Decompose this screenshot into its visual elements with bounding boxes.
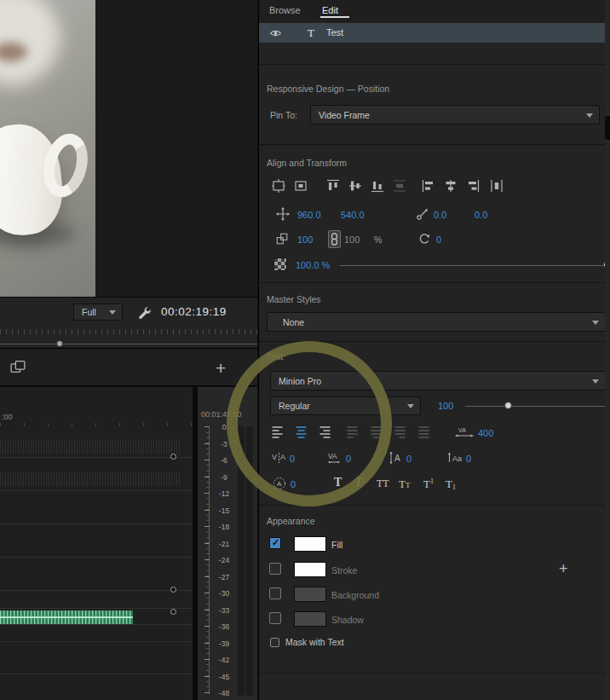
fill-color-swatch[interactable]: [294, 536, 326, 552]
esg-scrollbar[interactable]: [605, 0, 610, 700]
subscript-1-glyph: 1: [452, 483, 456, 491]
stroke-checkbox[interactable]: [269, 563, 281, 575]
align-text-center-button[interactable]: [294, 425, 308, 439]
audio-clip-green[interactable]: [0, 610, 133, 624]
comparison-view-icon[interactable]: [10, 359, 26, 374]
meter-tick: [204, 692, 210, 693]
scale-y-value[interactable]: 100: [344, 234, 360, 245]
meter-tick: [204, 510, 210, 511]
align-frame-inner-icon[interactable]: [293, 178, 308, 194]
background-checkbox[interactable]: [269, 587, 281, 599]
button-editor-icon[interactable]: +: [216, 360, 226, 377]
background-color-swatch[interactable]: [294, 587, 326, 602]
program-monitor-preview[interactable]: [0, 0, 95, 297]
meter-scale-label: -9: [211, 473, 237, 482]
small-caps-glyph-large: T: [399, 477, 406, 490]
playback-resolution-select[interactable]: Full: [73, 304, 123, 321]
timeline-ruler-label: :00: [2, 413, 13, 421]
tab-edit[interactable]: Edit: [322, 5, 338, 15]
stroke-color-swatch[interactable]: [294, 562, 326, 577]
keyframe-handle[interactable]: [170, 454, 176, 460]
justify-last-center-button[interactable]: [369, 425, 383, 439]
justify-last-left-button[interactable]: [345, 425, 360, 439]
master-styles-select[interactable]: None: [267, 312, 606, 332]
monitor-transport-bar: Full 00:02:19:19: [0, 297, 257, 327]
scrub-handle[interactable]: [56, 340, 63, 347]
keyframe-handle[interactable]: [170, 609, 176, 615]
master-styles-value: None: [283, 316, 304, 327]
meter-scale-label: -24: [211, 556, 237, 564]
tab-browse[interactable]: Browse: [269, 5, 301, 15]
anchor-y-value[interactable]: 0.0: [475, 210, 487, 220]
tracking-alt-value[interactable]: 0: [346, 454, 351, 464]
tsume-icon: A: [273, 477, 286, 490]
align-text-left-button[interactable]: [270, 425, 285, 439]
subscript-t-glyph: T: [446, 477, 452, 490]
scrub-track[interactable]: [0, 344, 257, 344]
tracking-value[interactable]: 400: [478, 428, 493, 438]
tsume-value[interactable]: 0: [291, 479, 296, 489]
align-left-icon[interactable]: [421, 178, 436, 194]
audio-clip-waveform[interactable]: [0, 472, 181, 486]
font-family-select[interactable]: Minion Pro: [270, 371, 606, 390]
leading-value[interactable]: 0: [406, 454, 411, 464]
link-scale-toggle[interactable]: [328, 230, 341, 248]
align-vertical-center-icon[interactable]: [348, 178, 363, 194]
keyframe-handle[interactable]: [170, 587, 176, 593]
timeline-ruler-ticks[interactable]: [0, 423, 193, 426]
settings-wrench-icon[interactable]: [138, 306, 152, 320]
align-bottom-icon[interactable]: [370, 178, 385, 194]
position-x-value[interactable]: 960.0: [297, 210, 321, 220]
align-text-right-button[interactable]: [318, 425, 332, 439]
align-right-icon[interactable]: [465, 178, 481, 194]
faux-bold-button[interactable]: T: [334, 476, 342, 489]
superscript-1-glyph: 1: [430, 477, 434, 485]
meter-scale-label: -30: [211, 589, 237, 598]
scale-x-value[interactable]: 100: [297, 234, 313, 245]
anchor-x-value[interactable]: 0.0: [434, 210, 446, 220]
subscript-button[interactable]: T1: [446, 476, 456, 491]
distribute-horizontal-icon[interactable]: [489, 178, 504, 194]
chevron-down-icon: [592, 321, 599, 325]
esg-tab-bar: Browse Edit: [259, 0, 610, 22]
faux-italic-button[interactable]: T: [355, 476, 362, 489]
scale-icon: [275, 232, 289, 246]
opacity-slider[interactable]: [340, 265, 610, 266]
mask-with-text-checkbox[interactable]: [270, 638, 279, 647]
opacity-value[interactable]: 100.0 %: [296, 260, 330, 270]
align-horizontal-center-icon[interactable]: [443, 178, 458, 194]
audio-clip-waveform[interactable]: [0, 440, 181, 454]
fill-checkbox[interactable]: [269, 537, 281, 549]
meter-scale-label: -42: [211, 656, 237, 664]
playback-resolution-value: Full: [82, 307, 96, 317]
font-size-slider-handle[interactable]: [504, 402, 512, 409]
small-caps-button[interactable]: TT: [399, 476, 410, 491]
esg-scrollbar-thumb[interactable]: [605, 116, 610, 140]
scrub-ticks: [0, 329, 257, 334]
meter-bar-left: [238, 426, 245, 696]
program-monitor: [0, 0, 257, 297]
add-stroke-button[interactable]: +: [559, 560, 568, 577]
font-style-select[interactable]: Regular: [270, 396, 421, 415]
premiere-workspace: Full 00:02:19:19 + :00: [0, 0, 610, 700]
align-top-icon[interactable]: [325, 178, 341, 194]
font-size-slider[interactable]: [465, 406, 610, 407]
svg-text:Aa: Aa: [452, 454, 462, 463]
baseline-shift-value[interactable]: 0: [466, 454, 471, 464]
shadow-checkbox[interactable]: [269, 612, 281, 624]
distribute-vertical-icon[interactable]: [392, 178, 407, 194]
superscript-button[interactable]: T1: [423, 476, 434, 491]
kerning-value[interactable]: 0: [290, 454, 295, 464]
shadow-color-swatch[interactable]: [294, 611, 326, 627]
layer-row-selected[interactable]: T Test: [259, 23, 610, 43]
position-y-value[interactable]: 540.0: [341, 210, 365, 220]
justify-last-right-button[interactable]: [393, 425, 407, 439]
align-center-frame-icon[interactable]: [271, 178, 286, 194]
justify-all-button[interactable]: [417, 425, 431, 439]
font-size-value[interactable]: 100: [438, 401, 453, 411]
pin-to-select[interactable]: Video Frame: [310, 105, 600, 124]
rotation-value[interactable]: 0: [436, 234, 441, 245]
all-caps-button[interactable]: TT: [377, 477, 389, 490]
layer-visibility-eye-icon[interactable]: [269, 29, 282, 38]
audio-waveform-texture: [0, 610, 133, 624]
